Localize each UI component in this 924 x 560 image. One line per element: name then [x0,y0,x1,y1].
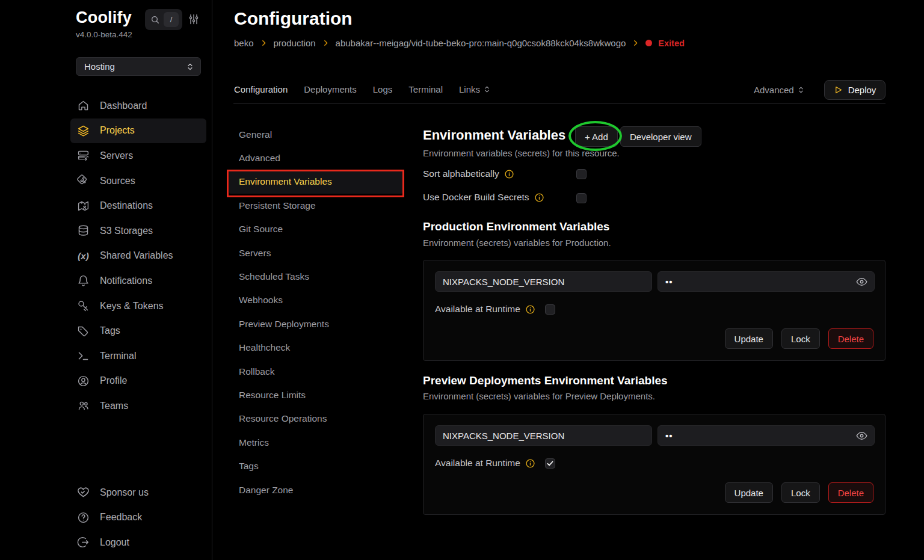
deploy-button[interactable]: Deploy [824,80,886,100]
team-selector[interactable]: Hosting [76,57,201,76]
subnav-environment-variables[interactable]: Environment Variables [229,170,402,194]
variable-actions: Update Lock Delete [725,482,873,503]
sidebar-item-destinations[interactable]: Destinations [70,193,206,218]
chevron-updown-icon [186,63,194,71]
tab-terminal[interactable]: Terminal [408,84,443,94]
delete-button[interactable]: Delete [828,328,873,349]
sidebar-item-terminal[interactable]: Terminal [70,343,206,369]
runtime-label: Available at Runtime [435,304,520,315]
sidebar-item-servers[interactable]: Servers [70,143,206,168]
info-icon [534,192,544,203]
subnav-servers[interactable]: Servers [229,241,402,265]
sidebar-item-label: Logout [100,537,129,548]
tab-links[interactable]: Links [459,84,491,94]
key-icon [77,300,90,312]
coolify-app: Coolify v4.0.0-beta.442 / Hosting Dashbo… [0,0,924,560]
sidebar-nav: Dashboard Projects Servers Sources Desti… [70,93,206,419]
divider [233,103,886,104]
runtime-checkbox[interactable] [545,304,555,315]
sidebar-item-label: Sponsor us [100,487,149,498]
add-button[interactable]: + Add [575,126,618,147]
subnav-rollback[interactable]: Rollback [229,360,402,383]
subnav-resource-operations[interactable]: Resource Operations [229,407,402,431]
variable-icon: (x) [77,251,90,261]
tab-deployments[interactable]: Deployments [304,84,357,94]
sidebar-item-label: Projects [100,125,135,136]
variable-name-input[interactable] [435,425,652,446]
tab-logs[interactable]: Logs [373,84,393,94]
terminal-icon [77,349,90,362]
settings-sliders-icon[interactable] [188,13,200,28]
sidebar-item-label: Destinations [100,200,153,211]
subnav-scheduled-tasks[interactable]: Scheduled Tasks [229,265,402,288]
advanced-menu[interactable]: Advanced [754,85,805,95]
breadcrumb-resource[interactable]: abubakar--meigag/vid-tube-beko-pro:main-… [336,38,626,48]
chevron-updown-icon [797,86,805,94]
sidebar-item-projects[interactable]: Projects [70,118,206,144]
subnav-metrics[interactable]: Metrics [229,431,402,454]
subnav-preview-deployments[interactable]: Preview Deployments [229,312,402,336]
sidebar-item-teams[interactable]: Teams [70,393,206,419]
advanced-menu-label: Advanced [754,85,794,95]
subnav-general[interactable]: General [229,123,402,146]
sidebar-item-logout[interactable]: Logout [70,530,206,555]
sidebar-item-notifications[interactable]: Notifications [70,268,206,294]
delete-button[interactable]: Delete [828,482,873,503]
page-title: Configuration [234,8,353,29]
sidebar-item-s3-storages[interactable]: S3 Storages [70,218,206,244]
variable-value-input[interactable] [658,271,875,292]
lock-button[interactable]: Lock [781,482,820,503]
sidebar-item-tags[interactable]: Tags [70,318,206,343]
runtime-checkbox-checked[interactable] [545,458,555,469]
sidebar-item-label: S3 Storages [100,226,153,236]
variable-value-input[interactable] [658,425,875,446]
docker-build-secrets-checkbox[interactable] [576,193,587,203]
update-button[interactable]: Update [725,328,773,349]
sidebar-item-sponsor[interactable]: Sponsor us [70,480,206,505]
app-logo[interactable]: Coolify [76,8,132,27]
sort-alphabetically-checkbox[interactable] [576,169,587,179]
sidebar-item-keys-tokens[interactable]: Keys & Tokens [70,294,206,319]
sidebar-item-profile[interactable]: Profile [70,369,206,394]
variable-name-input[interactable] [435,271,652,292]
status-badge: Exited [658,38,685,48]
subnav-healthcheck[interactable]: Healthcheck [229,336,402,360]
sidebar-item-feedback[interactable]: Feedback [70,505,206,531]
developer-view-button[interactable]: Developer view [620,126,701,147]
sidebar-item-label: Shared Variables [100,250,173,261]
sidebar-item-dashboard[interactable]: Dashboard [70,93,206,118]
update-button[interactable]: Update [725,482,773,503]
tab-configuration[interactable]: Configuration [234,84,288,94]
chevron-right-icon [260,39,268,47]
status-dot [645,40,652,46]
play-icon [834,85,843,94]
eye-icon[interactable] [855,429,868,445]
sidebar-item-label: Teams [100,401,128,411]
tag-icon [77,325,90,337]
search-icon [150,15,160,25]
sidebar-item-sources[interactable]: Sources [70,168,206,194]
heart-icon [77,486,90,499]
subnav-advanced[interactable]: Advanced [229,146,402,170]
sidebar-item-shared-variables[interactable]: (x) Shared Variables [70,244,206,269]
sidebar-item-label: Feedback [100,512,142,523]
eye-icon[interactable] [855,275,868,291]
subnav-danger-zone[interactable]: Danger Zone [229,478,402,502]
subnav-resource-limits[interactable]: Resource Limits [229,383,402,407]
info-icon [525,458,535,469]
users-icon [77,399,90,412]
team-selector-value: Hosting [84,61,115,72]
sidebar-item-label: Tags [100,325,120,336]
subnav-persistent-storage[interactable]: Persistent Storage [229,194,402,217]
subnav-webhooks[interactable]: Webhooks [229,289,402,312]
subnav-git-source[interactable]: Git Source [229,218,402,241]
breadcrumb-team[interactable]: beko [234,38,254,48]
lock-button[interactable]: Lock [781,328,820,349]
search-button[interactable]: / [145,9,182,30]
git-source-icon [77,174,90,187]
subnav-tags[interactable]: Tags [229,454,402,478]
preview-variable-card: Available at Runtime Update Lock Delete [423,414,886,515]
sidebar-item-label: Dashboard [100,100,147,111]
breadcrumb-environment[interactable]: production [274,38,316,48]
check-icon [546,460,554,467]
